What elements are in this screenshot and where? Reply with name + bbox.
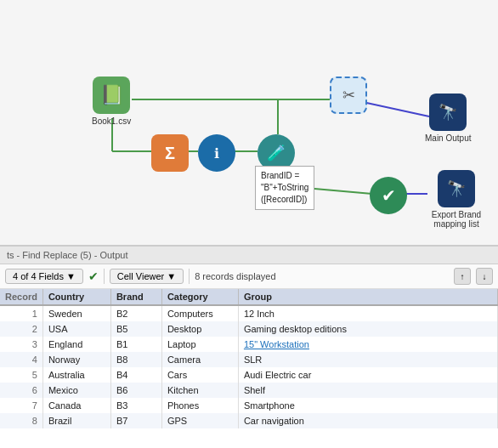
node-sigma[interactable]: Σ [151, 134, 189, 172]
cell-category: Desktop [161, 321, 238, 337]
cell-record: 8 [0, 413, 42, 428]
cell-brand: B4 [110, 367, 161, 383]
cell-category: Camera [161, 352, 238, 367]
node-checkmark[interactable]: ✔ [370, 177, 407, 214]
separator-2 [189, 269, 190, 284]
cell-country: Mexico [42, 383, 110, 398]
cell-record: 4 [0, 352, 42, 367]
cell-group[interactable]: 15" Workstation [238, 337, 497, 352]
cell-brand: B2 [110, 305, 161, 321]
cell-country: England [42, 337, 110, 352]
table-row: 6 Mexico B6 Kitchen Shelf [0, 383, 498, 398]
cell-country: Brazil [42, 413, 110, 428]
cell-category: Laptop [161, 337, 238, 352]
cell-group: 12 Inch [238, 305, 497, 321]
cell-country: USA [42, 321, 110, 337]
cell-country: Canada [42, 398, 110, 413]
data-table: Record Country Brand Category Group 1 Sw… [0, 289, 498, 448]
node-main-output[interactable]: 🔭 Main Output [425, 94, 471, 143]
table-row: 3 England B1 Laptop 15" Workstation [0, 337, 498, 352]
cell-group: Gaming desktop editions [238, 321, 497, 337]
table-row: 4 Norway B8 Camera SLR [0, 352, 498, 367]
node-book1csv[interactable]: 📗 Book1.csv [92, 77, 131, 126]
separator [104, 269, 105, 284]
sort-desc-button[interactable]: ↓ [476, 268, 493, 285]
toolbar: 4 of 4 Fields ▼ ✔ Cell Viewer ▼ 8 record… [0, 264, 498, 289]
col-header-group: Group [238, 289, 497, 305]
node-info1[interactable]: ℹ [198, 134, 235, 172]
cell-record: 7 [0, 398, 42, 413]
cell-brand: B1 [110, 337, 161, 352]
cell-record: 3 [0, 337, 42, 352]
check-icon: ✔ [88, 269, 99, 283]
cell-record: 5 [0, 367, 42, 383]
cell-brand: B5 [110, 321, 161, 337]
panel-header: ts - Find Replace (5) - Output [0, 247, 498, 264]
cell-group: Shelf [238, 383, 497, 398]
sort-asc-button[interactable]: ↑ [454, 268, 471, 285]
fields-button[interactable]: 4 of 4 Fields ▼ [5, 269, 83, 284]
chevron-down-icon: ▼ [66, 271, 76, 281]
cell-category: Phones [161, 398, 238, 413]
cell-category: Kitchen [161, 383, 238, 398]
cell-category: Cars [161, 367, 238, 383]
cell-country: Sweden [42, 305, 110, 321]
cell-record: 6 [0, 383, 42, 398]
table-header-row: Record Country Brand Category Group [0, 289, 498, 305]
cell-group: Smartphone [238, 398, 497, 413]
table-row: 2 USA B5 Desktop Gaming desktop editions [0, 321, 498, 337]
col-header-record: Record [0, 289, 42, 305]
col-header-category: Category [161, 289, 238, 305]
cell-brand: B6 [110, 383, 161, 398]
cell-viewer-button[interactable]: Cell Viewer ▼ [110, 269, 184, 284]
cell-brand: B3 [110, 398, 161, 413]
col-header-brand: Brand [110, 289, 161, 305]
records-count: 8 records displayed [195, 271, 275, 281]
workflow-canvas: 📗 Book1.csv Σ ℹ 🧪 BrandID ="B"+ToString(… [0, 0, 498, 247]
cell-brand: B8 [110, 352, 161, 367]
bottom-panel: ts - Find Replace (5) - Output 4 of 4 Fi… [0, 247, 498, 448]
cell-brand: B7 [110, 413, 161, 428]
table-row: 7 Canada B3 Phones Smartphone [0, 398, 498, 413]
cell-category: Computers [161, 305, 238, 321]
cell-country: Norway [42, 352, 110, 367]
node-export-brand[interactable]: 🔭 Export Brand mapping list [422, 170, 490, 229]
svg-line-8 [314, 189, 372, 194]
cell-record: 1 [0, 305, 42, 321]
table-row: 1 Sweden B2 Computers 12 Inch [0, 305, 498, 321]
col-header-country: Country [42, 289, 110, 305]
table-row: 5 Australia B4 Cars Audi Electric car [0, 367, 498, 383]
cell-record: 2 [0, 321, 42, 337]
cell-group: Car navigation [238, 413, 497, 428]
cell-group: Audi Electric car [238, 367, 497, 383]
chevron-down-icon-2: ▼ [167, 271, 176, 281]
cell-category: GPS [161, 413, 238, 428]
cell-country: Australia [42, 367, 110, 383]
cell-group: SLR [238, 352, 497, 367]
node-transform[interactable]: ✂ [330, 77, 367, 114]
table-row: 8 Brazil B7 GPS Car navigation [0, 413, 498, 428]
formula-label: BrandID ="B"+ToString([RecordID]) [255, 166, 314, 210]
